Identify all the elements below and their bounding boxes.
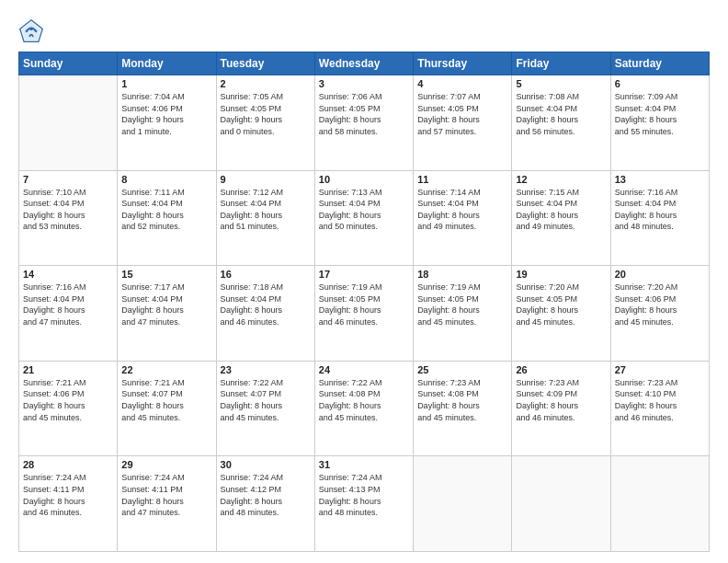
- calendar-cell: 26Sunrise: 7:23 AM Sunset: 4:09 PM Dayli…: [512, 361, 610, 456]
- calendar-cell: [414, 456, 512, 552]
- calendar-cell: 27Sunrise: 7:23 AM Sunset: 4:10 PM Dayli…: [610, 361, 709, 456]
- day-info: Sunrise: 7:16 AM Sunset: 4:04 PM Dayligh…: [23, 282, 113, 327]
- day-info: Sunrise: 7:22 AM Sunset: 4:08 PM Dayligh…: [319, 377, 409, 423]
- calendar-cell: 21Sunrise: 7:21 AM Sunset: 4:06 PM Dayli…: [19, 361, 118, 456]
- day-info: Sunrise: 7:05 AM Sunset: 4:05 PM Dayligh…: [221, 91, 311, 137]
- calendar-cell: 8Sunrise: 7:11 AM Sunset: 4:04 PM Daylig…: [118, 170, 216, 266]
- day-number: 27: [615, 364, 705, 375]
- day-info: Sunrise: 7:21 AM Sunset: 4:07 PM Dayligh…: [121, 377, 211, 423]
- day-info: Sunrise: 7:15 AM Sunset: 4:04 PM Dayligh…: [516, 187, 606, 233]
- day-info: Sunrise: 7:23 AM Sunset: 4:10 PM Dayligh…: [615, 377, 705, 423]
- calendar-cell: 28Sunrise: 7:24 AM Sunset: 4:11 PM Dayli…: [19, 456, 118, 552]
- day-number: 15: [121, 269, 211, 280]
- calendar-cell: 10Sunrise: 7:13 AM Sunset: 4:04 PM Dayli…: [314, 170, 413, 266]
- day-number: 1: [121, 78, 211, 89]
- calendar-cell: 17Sunrise: 7:19 AM Sunset: 4:05 PM Dayli…: [314, 266, 413, 362]
- day-info: Sunrise: 7:13 AM Sunset: 4:04 PM Dayligh…: [319, 187, 409, 233]
- day-info: Sunrise: 7:21 AM Sunset: 4:06 PM Dayligh…: [23, 377, 113, 423]
- calendar-cell: 20Sunrise: 7:20 AM Sunset: 4:06 PM Dayli…: [610, 266, 709, 362]
- day-number: 20: [615, 269, 705, 280]
- day-info: Sunrise: 7:24 AM Sunset: 4:11 PM Dayligh…: [23, 472, 113, 518]
- calendar-cell: 11Sunrise: 7:14 AM Sunset: 4:04 PM Dayli…: [414, 170, 512, 266]
- day-number: 24: [319, 364, 409, 375]
- calendar-cell: 7Sunrise: 7:10 AM Sunset: 4:04 PM Daylig…: [19, 170, 118, 266]
- day-info: Sunrise: 7:23 AM Sunset: 4:08 PM Dayligh…: [417, 377, 507, 423]
- calendar-week-row: 28Sunrise: 7:24 AM Sunset: 4:11 PM Dayli…: [19, 456, 710, 552]
- calendar-cell: 22Sunrise: 7:21 AM Sunset: 4:07 PM Dayli…: [118, 361, 216, 456]
- day-number: 11: [417, 174, 507, 185]
- day-number: 7: [23, 174, 113, 185]
- calendar-week-row: 14Sunrise: 7:16 AM Sunset: 4:04 PM Dayli…: [19, 266, 710, 362]
- calendar-cell: [19, 75, 118, 171]
- day-info: Sunrise: 7:19 AM Sunset: 4:05 PM Dayligh…: [417, 282, 507, 327]
- calendar-week-row: 7Sunrise: 7:10 AM Sunset: 4:04 PM Daylig…: [19, 170, 710, 266]
- calendar-cell: 15Sunrise: 7:17 AM Sunset: 4:04 PM Dayli…: [118, 266, 216, 362]
- calendar-cell: 14Sunrise: 7:16 AM Sunset: 4:04 PM Dayli…: [19, 266, 118, 362]
- calendar-cell: 6Sunrise: 7:09 AM Sunset: 4:04 PM Daylig…: [610, 75, 709, 171]
- day-info: Sunrise: 7:10 AM Sunset: 4:04 PM Dayligh…: [23, 187, 113, 233]
- day-number: 12: [516, 174, 606, 185]
- calendar-cell: 12Sunrise: 7:15 AM Sunset: 4:04 PM Dayli…: [512, 170, 610, 266]
- weekday-header-wednesday: Wednesday: [314, 52, 413, 75]
- day-number: 13: [615, 174, 705, 185]
- day-number: 18: [417, 269, 507, 280]
- calendar-cell: 3Sunrise: 7:06 AM Sunset: 4:05 PM Daylig…: [314, 75, 413, 171]
- calendar-cell: 24Sunrise: 7:22 AM Sunset: 4:08 PM Dayli…: [314, 361, 413, 456]
- calendar-table: SundayMondayTuesdayWednesdayThursdayFrid…: [18, 52, 710, 552]
- svg-point-2: [29, 28, 33, 31]
- day-number: 9: [221, 174, 311, 185]
- calendar-cell: 1Sunrise: 7:04 AM Sunset: 4:06 PM Daylig…: [118, 75, 216, 171]
- logo: [18, 18, 48, 44]
- weekday-header-sunday: Sunday: [19, 52, 118, 75]
- calendar-cell: 25Sunrise: 7:23 AM Sunset: 4:08 PM Dayli…: [414, 361, 512, 456]
- header: [18, 15, 710, 44]
- day-info: Sunrise: 7:17 AM Sunset: 4:04 PM Dayligh…: [121, 282, 211, 327]
- day-number: 26: [516, 364, 606, 375]
- day-info: Sunrise: 7:24 AM Sunset: 4:13 PM Dayligh…: [319, 472, 409, 518]
- day-number: 19: [516, 269, 606, 280]
- day-number: 29: [121, 459, 211, 470]
- day-number: 25: [417, 364, 507, 375]
- day-info: Sunrise: 7:24 AM Sunset: 4:12 PM Dayligh…: [221, 472, 311, 518]
- calendar-week-row: 21Sunrise: 7:21 AM Sunset: 4:06 PM Dayli…: [19, 361, 710, 456]
- calendar-cell: [610, 456, 709, 552]
- day-info: Sunrise: 7:20 AM Sunset: 4:05 PM Dayligh…: [516, 282, 606, 327]
- day-number: 10: [319, 174, 409, 185]
- day-info: Sunrise: 7:11 AM Sunset: 4:04 PM Dayligh…: [121, 187, 211, 233]
- day-number: 30: [221, 459, 311, 470]
- day-info: Sunrise: 7:07 AM Sunset: 4:05 PM Dayligh…: [417, 91, 507, 137]
- weekday-header-friday: Friday: [512, 52, 610, 75]
- day-number: 21: [23, 364, 113, 375]
- day-number: 4: [417, 78, 507, 89]
- day-number: 14: [23, 269, 113, 280]
- day-info: Sunrise: 7:08 AM Sunset: 4:04 PM Dayligh…: [516, 91, 606, 137]
- day-number: 22: [121, 364, 211, 375]
- day-number: 28: [23, 459, 113, 470]
- day-number: 3: [319, 78, 409, 89]
- weekday-header-thursday: Thursday: [414, 52, 512, 75]
- day-info: Sunrise: 7:14 AM Sunset: 4:04 PM Dayligh…: [417, 187, 507, 233]
- weekday-header-tuesday: Tuesday: [216, 52, 314, 75]
- day-info: Sunrise: 7:20 AM Sunset: 4:06 PM Dayligh…: [615, 282, 705, 327]
- logo-icon: [18, 18, 44, 44]
- weekday-header-monday: Monday: [118, 52, 216, 75]
- day-info: Sunrise: 7:06 AM Sunset: 4:05 PM Dayligh…: [319, 91, 409, 137]
- day-info: Sunrise: 7:04 AM Sunset: 4:06 PM Dayligh…: [121, 91, 211, 137]
- day-number: 2: [221, 78, 311, 89]
- day-number: 5: [516, 78, 606, 89]
- calendar-cell: 19Sunrise: 7:20 AM Sunset: 4:05 PM Dayli…: [512, 266, 610, 362]
- calendar-cell: 13Sunrise: 7:16 AM Sunset: 4:04 PM Dayli…: [610, 170, 709, 266]
- day-info: Sunrise: 7:18 AM Sunset: 4:04 PM Dayligh…: [221, 282, 311, 327]
- calendar-cell: 31Sunrise: 7:24 AM Sunset: 4:13 PM Dayli…: [314, 456, 413, 552]
- calendar-cell: 29Sunrise: 7:24 AM Sunset: 4:11 PM Dayli…: [118, 456, 216, 552]
- page: SundayMondayTuesdayWednesdayThursdayFrid…: [0, 0, 728, 563]
- day-info: Sunrise: 7:23 AM Sunset: 4:09 PM Dayligh…: [516, 377, 606, 423]
- day-info: Sunrise: 7:12 AM Sunset: 4:04 PM Dayligh…: [221, 187, 311, 233]
- calendar-cell: 18Sunrise: 7:19 AM Sunset: 4:05 PM Dayli…: [414, 266, 512, 362]
- day-info: Sunrise: 7:19 AM Sunset: 4:05 PM Dayligh…: [319, 282, 409, 327]
- calendar-cell: 23Sunrise: 7:22 AM Sunset: 4:07 PM Dayli…: [216, 361, 314, 456]
- calendar-cell: 30Sunrise: 7:24 AM Sunset: 4:12 PM Dayli…: [216, 456, 314, 552]
- day-info: Sunrise: 7:24 AM Sunset: 4:11 PM Dayligh…: [121, 472, 211, 518]
- day-info: Sunrise: 7:09 AM Sunset: 4:04 PM Dayligh…: [615, 91, 705, 137]
- calendar-cell: [512, 456, 610, 552]
